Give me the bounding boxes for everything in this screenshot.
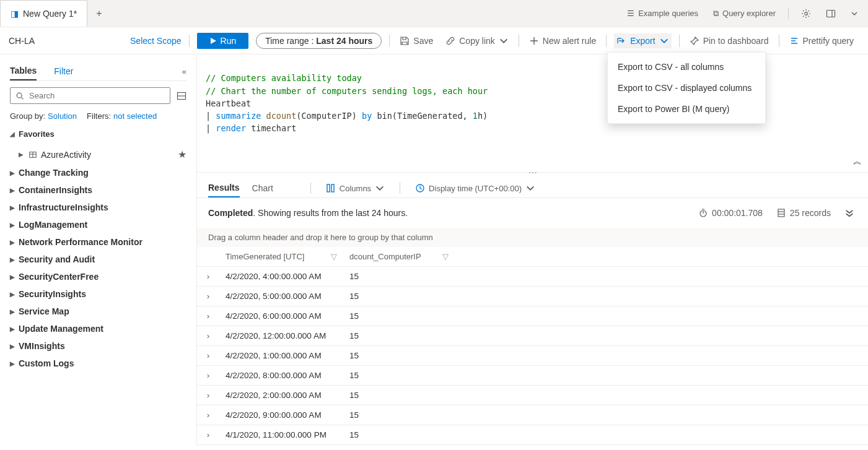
category-label: SecurityInsights (19, 289, 86, 299)
column-header-time[interactable]: TimeGenerated [UTC]▽ (219, 247, 343, 266)
cell-time: 4/2/2020, 4:00:00.000 AM (219, 267, 343, 286)
panel-toggle-button[interactable] (821, 6, 841, 21)
display-time-button[interactable]: Display time (UTC+00:00) (413, 181, 538, 196)
cell-count: 15 (343, 366, 455, 385)
divider (779, 35, 779, 47)
expand-row-button[interactable]: › (197, 405, 219, 425)
category-item[interactable]: ▶SecurityCenterFree (10, 268, 186, 285)
divider (189, 35, 190, 47)
save-button[interactable]: Save (397, 33, 436, 48)
svg-rect-13 (778, 209, 784, 217)
category-label: VMInsights (19, 341, 65, 351)
svg-point-0 (805, 12, 808, 15)
cell-time: 4/2/2020, 1:00:00.000 AM (219, 346, 343, 365)
cell-count: 15 (343, 287, 455, 306)
column-header-dcount[interactable]: dcount_ComputerIP▽ (343, 247, 455, 266)
table-row[interactable]: ›4/2/2020, 4:00:00.000 AM15 (197, 267, 868, 287)
export-csv-all[interactable]: Export to CSV - all columns (608, 56, 765, 77)
table-row[interactable]: ›4/2/2020, 6:00:00.000 AM15 (197, 306, 868, 326)
tab-results[interactable]: Results (208, 179, 240, 197)
caret-right-icon: ▶ (10, 256, 16, 263)
preview-pane-toggle[interactable] (177, 91, 186, 101)
tab-tables[interactable]: Tables (10, 62, 37, 80)
settings-gear-button[interactable] (796, 6, 816, 21)
table-row[interactable]: ›4/1/2020, 11:00:00.000 PM15 (197, 425, 868, 445)
category-item[interactable]: ▶Service Map (10, 303, 186, 320)
filter-icon[interactable]: ▽ (442, 252, 449, 261)
category-item[interactable]: ▶Change Tracking (10, 164, 186, 181)
expand-row-button[interactable]: › (197, 366, 219, 385)
table-header: TimeGenerated [UTC]▽ dcount_ComputerIP▽ (197, 247, 868, 267)
records-icon (776, 208, 786, 218)
query-tab-strip: ◨ New Query 1* + ☰ Example queries ⧉ Que… (0, 0, 868, 27)
tab-filter[interactable]: Filter (54, 63, 73, 80)
expand-row-button[interactable]: › (197, 425, 219, 444)
cell-time: 4/2/2020, 9:00:00.000 AM (219, 405, 343, 425)
favorites-header[interactable]: ◢ Favorites (10, 129, 186, 139)
expand-results-button[interactable] (842, 206, 857, 220)
run-button[interactable]: Run (197, 33, 249, 49)
new-alert-rule-button[interactable]: New alert rule (527, 33, 598, 48)
expand-row-button[interactable]: › (197, 267, 219, 286)
expand-row-button[interactable]: › (197, 386, 219, 405)
table-row[interactable]: ›4/2/2020, 12:00:00.000 AM15 (197, 326, 868, 346)
expand-row-button[interactable]: › (197, 287, 219, 306)
caret-right-icon: ▶ (10, 239, 16, 246)
tab-chart[interactable]: Chart (252, 180, 273, 197)
cell-time: 4/2/2020, 8:00:00.000 AM (219, 366, 343, 385)
category-item[interactable]: ▶LogManagement (10, 216, 186, 233)
star-icon[interactable]: ★ (178, 149, 186, 160)
category-item[interactable]: ▶SecurityInsights (10, 285, 186, 303)
search-input[interactable] (28, 90, 165, 101)
category-label: ContainerInsights (19, 185, 92, 195)
category-item[interactable]: ▶ContainerInsights (10, 181, 186, 199)
category-item[interactable]: ▶Security and Audit (10, 251, 186, 268)
pin-dashboard-button[interactable]: Pin to dashboard (687, 33, 771, 48)
collapse-editor-button[interactable]: ︽ (853, 155, 862, 167)
search-icon (15, 92, 24, 100)
prettify-button[interactable]: Prettify query (787, 33, 856, 48)
category-item[interactable]: ▶Network Performance Monitor (10, 233, 186, 251)
table-row[interactable]: ›4/2/2020, 5:00:00.000 AM15 (197, 287, 868, 306)
time-range-picker[interactable]: Time range : Last 24 hours (256, 33, 382, 49)
active-query-tab[interactable]: ◨ New Query 1* (0, 0, 87, 27)
pin-icon (690, 36, 699, 46)
grouping-drop-zone[interactable]: Drag a column header and drop it here to… (197, 228, 868, 247)
query-explorer-button[interactable]: ⧉ Query explorer (708, 6, 781, 21)
expand-row-button[interactable]: › (197, 326, 219, 345)
chevron-down-icon (375, 183, 385, 193)
chevron-down-icon (851, 10, 858, 17)
collapse-pane-button[interactable]: « (182, 67, 186, 76)
category-item[interactable]: ▶Update Management (10, 320, 186, 337)
filter-icon[interactable]: ▽ (331, 252, 337, 261)
workspace-name: CH-LA (9, 36, 35, 46)
export-csv-displayed[interactable]: Export to CSV - displayed columns (608, 77, 765, 98)
expand-row-button[interactable]: › (197, 346, 219, 365)
example-queries-button[interactable]: ☰ Example queries (622, 6, 703, 20)
table-row[interactable]: ›4/2/2020, 9:00:00.000 AM15 (197, 405, 868, 425)
table-row[interactable]: ›4/2/2020, 2:00:00.000 AM15 (197, 386, 868, 405)
table-row[interactable]: ›4/2/2020, 8:00:00.000 AM15 (197, 366, 868, 386)
favorite-table-item[interactable]: ▶ AzureActivity ★ (10, 145, 186, 164)
svg-rect-9 (327, 184, 330, 192)
copy-link-button[interactable]: Copy link (443, 33, 511, 48)
category-item[interactable]: ▶VMInsights (10, 337, 186, 355)
caret-right-icon: ▶ (10, 274, 16, 280)
editor-results-splitter[interactable]: ⋯ (197, 172, 868, 173)
new-query-tab-button[interactable]: + (87, 0, 110, 27)
category-item[interactable]: ▶Custom Logs (10, 355, 186, 372)
select-scope-link[interactable]: Select Scope (130, 36, 182, 46)
export-powerbi[interactable]: Export to Power BI (M query) (608, 98, 765, 119)
more-chevron-button[interactable] (846, 7, 863, 20)
expand-row-button[interactable]: › (197, 306, 219, 326)
query-editor[interactable]: // Computers availability today // Chart… (197, 54, 868, 172)
filters-value[interactable]: not selected (113, 111, 157, 121)
table-row[interactable]: ›4/2/2020, 1:00:00.000 AM15 (197, 346, 868, 366)
category-label: SecurityCenterFree (19, 272, 99, 282)
category-item[interactable]: ▶InfrastructureInsights (10, 199, 186, 216)
caret-right-icon: ▶ (10, 222, 16, 228)
columns-button[interactable]: Columns (323, 181, 387, 196)
group-by-value[interactable]: Solution (48, 111, 77, 121)
export-dropdown-button[interactable]: Export (614, 33, 671, 48)
search-input-wrapper[interactable] (10, 87, 170, 104)
